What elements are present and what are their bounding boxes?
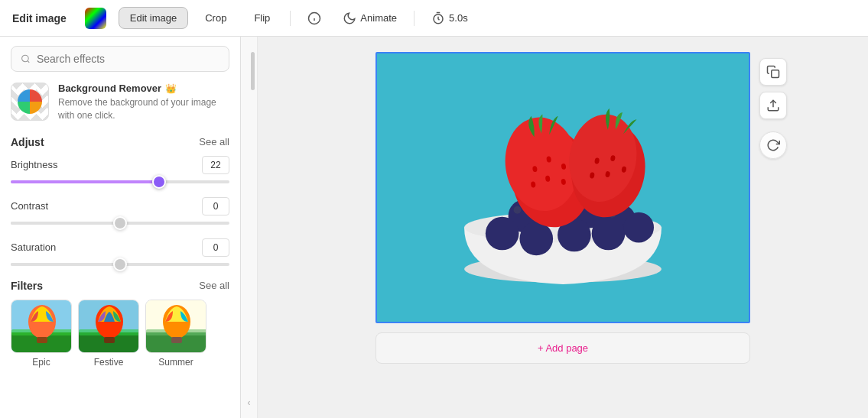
saturation-slider-row: Saturation 0 bbox=[11, 238, 229, 266]
rotate-icon bbox=[766, 138, 780, 152]
color-ball-icon bbox=[18, 89, 42, 114]
canvas-area: + Add page bbox=[258, 37, 868, 418]
edit-image-button[interactable]: Edit image bbox=[119, 7, 188, 29]
crop-button[interactable]: Crop bbox=[194, 8, 237, 28]
gradient-color-icon[interactable] bbox=[85, 8, 106, 29]
brightness-label-row: Brightness 22 bbox=[11, 156, 229, 174]
export-button[interactable] bbox=[759, 92, 787, 119]
brightness-thumb[interactable] bbox=[152, 175, 166, 189]
left-panel-inner: Background Remover 👑 Remove the backgrou… bbox=[0, 37, 240, 418]
search-icon bbox=[21, 53, 31, 64]
rotate-button[interactable] bbox=[759, 131, 787, 159]
toolbar-divider-2 bbox=[414, 11, 414, 26]
brightness-track[interactable] bbox=[11, 180, 229, 183]
filter-item-epic[interactable]: Epic bbox=[11, 300, 72, 368]
filter-name-summer: Summer bbox=[158, 357, 193, 368]
svg-point-36 bbox=[514, 206, 522, 214]
background-remover-description: Remove the background of your image with… bbox=[58, 96, 229, 122]
contrast-track[interactable] bbox=[11, 222, 229, 225]
svg-point-35 bbox=[623, 212, 654, 243]
toolbar: Edit image Edit image Crop Flip Animate … bbox=[0, 0, 868, 37]
copy-icon bbox=[766, 65, 780, 79]
brightness-fill bbox=[11, 180, 159, 183]
saturation-thumb[interactable] bbox=[113, 258, 127, 271]
saturation-track[interactable] bbox=[11, 263, 229, 266]
contrast-value[interactable]: 0 bbox=[202, 197, 229, 215]
scrollbar-thumb[interactable] bbox=[251, 52, 255, 90]
brightness-value[interactable]: 22 bbox=[202, 156, 229, 174]
summer-filter-preview bbox=[146, 300, 206, 353]
panel-scrollbar bbox=[241, 37, 257, 387]
toolbar-title: Edit image bbox=[12, 12, 67, 24]
contrast-slider-row: Contrast 0 bbox=[11, 197, 229, 225]
rotate-area bbox=[759, 131, 787, 159]
canvas-wrapper bbox=[375, 52, 750, 323]
image-canvas[interactable] bbox=[375, 52, 750, 323]
filter-item-summer[interactable]: Summer bbox=[145, 300, 206, 368]
animate-button[interactable]: Animate bbox=[335, 7, 405, 30]
festive-filter-preview bbox=[79, 300, 139, 353]
search-input[interactable] bbox=[37, 53, 219, 65]
epic-filter-preview bbox=[11, 300, 72, 353]
svg-point-31 bbox=[486, 217, 519, 251]
crown-icon: 👑 bbox=[165, 83, 177, 94]
main-layout: Background Remover 👑 Remove the backgrou… bbox=[0, 37, 868, 418]
animate-label: Animate bbox=[360, 12, 397, 24]
contrast-label-row: Contrast 0 bbox=[11, 197, 229, 215]
filters-grid: Epic bbox=[11, 300, 229, 368]
svg-rect-15 bbox=[104, 337, 115, 343]
canvas-tools bbox=[759, 58, 787, 119]
filter-thumbnail-summer bbox=[145, 300, 206, 353]
contrast-fill bbox=[11, 222, 120, 225]
filter-name-epic: Epic bbox=[32, 357, 50, 368]
copy-button[interactable] bbox=[759, 58, 787, 86]
saturation-label-row: Saturation 0 bbox=[11, 238, 229, 257]
saturation-fill bbox=[11, 263, 120, 266]
timer-icon bbox=[431, 11, 445, 25]
fruit-image bbox=[377, 52, 749, 323]
add-page-button[interactable]: + Add page bbox=[375, 332, 750, 364]
background-remover-thumbnail bbox=[11, 83, 49, 121]
filter-name-festive: Festive bbox=[94, 357, 124, 368]
export-icon bbox=[766, 99, 780, 112]
panel-collapse-button[interactable]: ‹ bbox=[241, 387, 257, 418]
saturation-label: Saturation bbox=[11, 241, 56, 253]
saturation-value[interactable]: 0 bbox=[202, 238, 229, 257]
filter-thumbnail-epic bbox=[11, 300, 72, 353]
contrast-thumb[interactable] bbox=[113, 216, 127, 230]
filter-thumbnail-festive bbox=[78, 300, 139, 353]
svg-line-5 bbox=[28, 60, 29, 62]
filters-see-all[interactable]: See all bbox=[199, 280, 229, 291]
brightness-slider-row: Brightness 22 bbox=[11, 156, 229, 183]
filter-item-festive[interactable]: Festive bbox=[78, 300, 139, 368]
left-panel: Background Remover 👑 Remove the backgrou… bbox=[0, 37, 241, 418]
timer-button[interactable]: 5.0s bbox=[424, 7, 476, 30]
animate-icon bbox=[343, 11, 356, 25]
background-remover-title: Background Remover 👑 bbox=[58, 83, 229, 94]
filters-section-header: Filters See all bbox=[11, 280, 229, 292]
svg-point-4 bbox=[22, 55, 29, 62]
adjust-see-all[interactable]: See all bbox=[199, 136, 229, 147]
brightness-label: Brightness bbox=[11, 159, 57, 170]
svg-rect-10 bbox=[37, 337, 47, 343]
adjust-title: Adjust bbox=[11, 136, 44, 148]
info-button[interactable] bbox=[300, 7, 329, 30]
info-circle-icon bbox=[307, 11, 321, 25]
toolbar-divider bbox=[290, 11, 291, 26]
search-box[interactable] bbox=[11, 46, 229, 72]
contrast-label: Contrast bbox=[11, 200, 48, 212]
svg-rect-20 bbox=[171, 337, 182, 343]
filters-title: Filters bbox=[11, 280, 43, 292]
svg-rect-21 bbox=[772, 70, 779, 78]
flip-button[interactable]: Flip bbox=[243, 8, 281, 28]
background-remover-card[interactable]: Background Remover 👑 Remove the backgrou… bbox=[11, 83, 229, 122]
panel-scroll-area: ‹ bbox=[241, 37, 258, 418]
svg-point-32 bbox=[519, 222, 553, 256]
background-remover-info: Background Remover 👑 Remove the backgrou… bbox=[58, 83, 229, 122]
svg-point-34 bbox=[592, 217, 626, 251]
adjust-section-header: Adjust See all bbox=[11, 136, 229, 148]
timer-value: 5.0s bbox=[449, 12, 468, 24]
